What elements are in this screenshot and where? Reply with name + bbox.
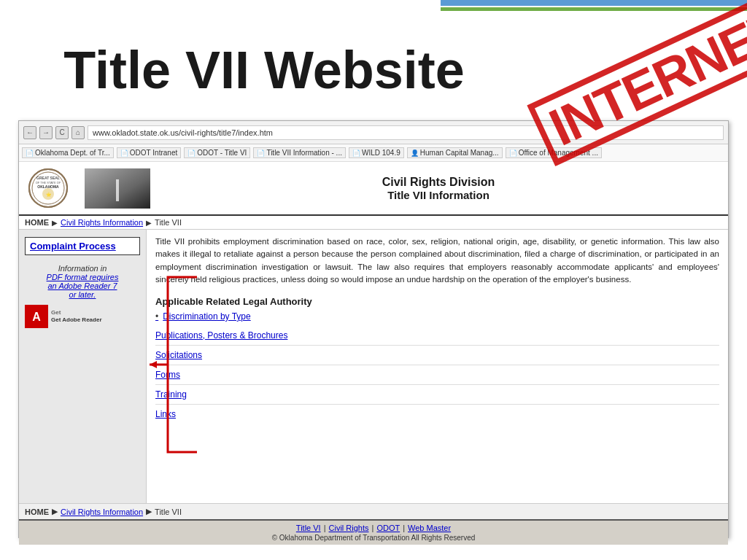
svg-text:GREAT SEAL: GREAT SEAL: [36, 176, 60, 180]
adobe-reader-badge: A Get Get Adobe Reader: [25, 305, 140, 328]
breadcrumb-home: HOME: [25, 218, 49, 227]
publications-link[interactable]: Publications, Posters & Brochures: [155, 326, 719, 346]
content-area: Complaint Process Information in PDF for…: [19, 230, 728, 503]
footer-sep-1: |: [324, 524, 326, 532]
complaint-process-link[interactable]: Complaint Process: [25, 237, 140, 255]
breadcrumb-arrow-1: ▶: [52, 219, 58, 227]
bookmark-4[interactable]: 📄 WILD 104.9: [349, 147, 404, 158]
page-header: GREAT SEAL OF THE STATE OF OKLAHOMA ⭐ Ci…: [19, 162, 728, 216]
forward-button[interactable]: →: [39, 126, 53, 139]
bookmark-1[interactable]: 📄 ODOT Intranet: [117, 147, 181, 158]
intro-text: Title VII prohibits employment discrimin…: [155, 236, 719, 286]
discrimination-by-type-link[interactable]: • Discrimination by Type: [155, 311, 719, 322]
internet-stamp: INTERNET: [528, 15, 732, 160]
top-decoration-bars: [441, 0, 747, 13]
bottom-breadcrumb-title7: Title VII: [155, 508, 182, 516]
footer-odot-link[interactable]: ODOT: [376, 524, 400, 532]
adobe-text: Get Get Adobe Reader: [51, 309, 109, 323]
footer-sep-2: |: [372, 524, 374, 532]
footer-civil-rights-link[interactable]: Civil Rights: [329, 524, 369, 532]
bookmark-icon-6: 📄: [509, 149, 517, 157]
slide-container: Title VII Website INTERNET ← → C ⌂ www.o…: [0, 0, 747, 560]
breadcrumb-title7: Title VII: [155, 218, 182, 227]
bookmark-icon-2: 📄: [187, 149, 196, 157]
bookmark-3[interactable]: 📄 Title VII Information - ...: [253, 147, 346, 158]
bottom-breadcrumb-civil-rights[interactable]: Civil Rights Information: [61, 508, 143, 516]
bookmark-icon-5: 👤: [411, 149, 419, 157]
pdf-format-link[interactable]: PDF format requires an Adobe Reader 7 or…: [47, 273, 119, 299]
svg-text:⭐: ⭐: [46, 192, 52, 198]
refresh-button[interactable]: C: [55, 126, 69, 139]
home-button[interactable]: ⌂: [71, 126, 85, 139]
bottom-breadcrumb-home: HOME: [25, 508, 49, 516]
discrimination-by-type-item: • Discrimination by Type: [155, 311, 719, 322]
bookmark-5[interactable]: 👤 Human Capital Manag...: [407, 147, 503, 158]
breadcrumb-bar: HOME ▶ Civil Rights Information ▶ Title …: [19, 216, 728, 230]
bookmark-icon-1: 📄: [120, 149, 128, 157]
bottom-breadcrumb-bar: HOME ▶ Civil Rights Information ▶ Title …: [19, 503, 728, 519]
footer-sep-3: |: [403, 524, 405, 532]
bookmark-icon-0: 📄: [26, 149, 34, 157]
solicitations-link[interactable]: Solicitations: [155, 346, 719, 365]
left-sidebar: Complaint Process Information in PDF for…: [19, 230, 147, 503]
bookmark-icon-3: 📄: [257, 149, 265, 157]
links-link[interactable]: Links: [155, 405, 719, 424]
state-seal: GREAT SEAL OF THE STATE OF OKLAHOMA ⭐: [26, 166, 77, 210]
breadcrumb-arrow-2: ▶: [146, 219, 152, 227]
bookmark-icon-4: 📄: [352, 149, 360, 157]
related-authority-title: Applicable Related Legal Authority: [155, 296, 719, 307]
main-content: Title VII prohibits employment discrimin…: [147, 230, 728, 503]
bottom-breadcrumb-arrow-2: ▶: [146, 507, 152, 516]
footer-webmaster-link[interactable]: Web Master: [408, 524, 451, 532]
adobe-icon: A: [25, 305, 48, 328]
bullet-icon: •: [155, 311, 158, 322]
pdf-info: Information in PDF format requires an Ad…: [25, 264, 140, 299]
browser-window: ← → C ⌂ www.okladot.state.ok.us/civil-ri…: [18, 120, 729, 538]
division-name: Civil Rights Division: [156, 176, 721, 189]
slide-title: Title VII Website: [0, 40, 528, 100]
page-subtitle: Title VII Information: [156, 189, 721, 201]
svg-text:A: A: [32, 311, 41, 323]
back-button[interactable]: ←: [23, 126, 36, 139]
bookmark-0[interactable]: 📄 Oklahoma Dept. of Tr...: [22, 147, 114, 158]
url-text: www.okladot.state.ok.us/civil-rights/tit…: [93, 128, 273, 137]
bottom-breadcrumb-arrow-1: ▶: [52, 507, 58, 516]
page-header-text: Civil Rights Division Title VII Informat…: [156, 176, 721, 201]
footer-copyright: © Oklahoma Department of Transportation …: [22, 534, 725, 542]
page-footer: Title VI | Civil Rights | ODOT | Web Mas…: [19, 519, 728, 545]
breadcrumb-civil-rights[interactable]: Civil Rights Information: [61, 218, 143, 227]
training-link[interactable]: Training: [155, 385, 719, 405]
road-graphic: [85, 168, 150, 209]
footer-title6-link[interactable]: Title VI: [296, 524, 321, 532]
forms-link[interactable]: Forms: [155, 365, 719, 385]
footer-links: Title VI | Civil Rights | ODOT | Web Mas…: [22, 524, 725, 532]
bookmark-2[interactable]: 📄 ODOT - Title VI: [184, 147, 250, 158]
